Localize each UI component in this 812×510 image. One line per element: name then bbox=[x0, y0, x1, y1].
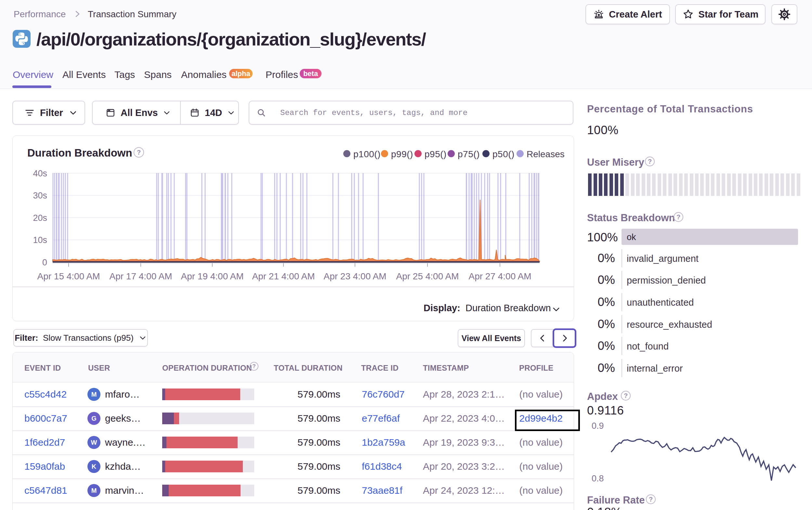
svg-text:Apr 21 4:00 AM: Apr 21 4:00 AM bbox=[252, 271, 315, 281]
svg-text:30s: 30s bbox=[33, 191, 47, 201]
svg-text:Apr 15 4:00 AM: Apr 15 4:00 AM bbox=[37, 271, 100, 281]
svg-text:10s: 10s bbox=[33, 235, 47, 245]
svg-text:Apr 27 4:00 AM: Apr 27 4:00 AM bbox=[468, 271, 531, 281]
svg-text:Apr 23 4:00 AM: Apr 23 4:00 AM bbox=[323, 271, 386, 281]
svg-text:Apr 25 4:00 AM: Apr 25 4:00 AM bbox=[396, 271, 459, 281]
svg-text:Apr 17 4:00 AM: Apr 17 4:00 AM bbox=[109, 271, 172, 281]
svg-text:40s: 40s bbox=[33, 169, 47, 178]
svg-text:20s: 20s bbox=[33, 213, 47, 223]
svg-text:0: 0 bbox=[42, 258, 47, 267]
svg-text:Apr 19 4:00 AM: Apr 19 4:00 AM bbox=[181, 271, 243, 281]
